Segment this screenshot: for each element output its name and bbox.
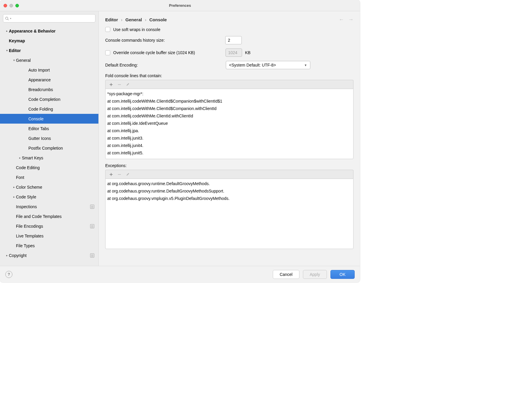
sidebar-item-label: Copyright: [9, 253, 27, 258]
breadcrumb-item: Console: [149, 17, 167, 22]
add-icon[interactable]: [109, 83, 113, 86]
buffer-size-input: [226, 48, 242, 57]
list-item[interactable]: at com.intellij.ide.IdeEventQueue: [107, 120, 351, 127]
list-item[interactable]: at com.intellij.junit3.: [107, 135, 351, 142]
sidebar-item-label: Smart Keys: [22, 156, 43, 160]
sidebar-item-code-editing[interactable]: ▸Code Editing: [0, 163, 98, 172]
breadcrumb-item[interactable]: General: [125, 17, 142, 22]
apply-button[interactable]: Apply: [303, 270, 327, 279]
fold-lines-list[interactable]: *sys-package-mgr*:at com.intellij.codeWi…: [105, 89, 353, 159]
sidebar-item-label: Code Style: [16, 195, 36, 199]
fold-lines-label: Fold console lines that contain:: [105, 73, 353, 78]
forward-icon[interactable]: →: [348, 17, 353, 23]
exceptions-list[interactable]: at org.codehaus.groovy.runtime.DefaultGr…: [105, 179, 353, 249]
sidebar-item-file-types[interactable]: ▸File Types: [0, 241, 98, 250]
soft-wraps-checkbox[interactable]: [105, 27, 110, 32]
sidebar-item-label: Auto Import: [28, 68, 50, 72]
sidebar-item-general[interactable]: ▾General: [0, 55, 98, 65]
cancel-button[interactable]: Cancel: [273, 270, 299, 279]
main-panel: Editor › General › Console ← → Use soft …: [99, 11, 360, 266]
breadcrumb: Editor › General › Console: [105, 17, 167, 22]
list-item[interactable]: at org.codehaus.groovy.runtime.DefaultGr…: [107, 180, 351, 187]
sidebar-item-label: Appearance & Behavior: [9, 29, 56, 33]
encoding-value: <System Default: UTF-8>: [229, 63, 276, 67]
override-buffer-label: Override console cycle buffer size (1024…: [113, 50, 223, 55]
sidebar-item-font[interactable]: ▸Font: [0, 172, 98, 182]
list-item[interactable]: at com.intellij.jpa.: [107, 127, 351, 135]
sidebar-item-keymap[interactable]: ▸Keymap: [0, 36, 98, 46]
list-item[interactable]: at com.intellij.codeWithMe.ClientId$Comp…: [107, 98, 351, 105]
chevron-down-icon: ▾: [12, 59, 16, 62]
sidebar-item-label: Appearance: [28, 77, 51, 82]
sidebar-item-label: Editor: [9, 48, 21, 53]
sidebar-item-copyright[interactable]: ▸Copyright: [0, 250, 98, 260]
project-badge-icon: [90, 205, 94, 209]
sidebar-item-gutter-icons[interactable]: ▸Gutter Icons: [0, 133, 98, 143]
remove-icon[interactable]: [117, 83, 121, 86]
chevron-right-icon: ▸: [5, 254, 9, 257]
soft-wraps-label: Use soft wraps in console: [113, 27, 160, 32]
exceptions-label: Exceptions:: [105, 163, 353, 168]
project-badge-icon: [90, 224, 94, 228]
list-item[interactable]: at com.intellij.codeWithMe.ClientId.with…: [107, 112, 351, 120]
breadcrumb-item[interactable]: Editor: [105, 17, 118, 22]
sidebar-item-editor[interactable]: ▾Editor: [0, 46, 98, 55]
nav-arrows: ← →: [339, 17, 353, 23]
ok-button[interactable]: OK: [330, 270, 355, 279]
list-item[interactable]: at com.intellij.junit4.: [107, 142, 351, 149]
settings-tree: ▸Appearance & Behavior▸Keymap▾Editor▾Gen…: [0, 25, 98, 266]
svg-point-0: [6, 17, 8, 19]
sidebar-item-label: Console: [28, 117, 43, 121]
edit-icon[interactable]: [126, 173, 130, 176]
sidebar-item-postfix-completion[interactable]: ▸Postfix Completion: [0, 143, 98, 153]
search-input[interactable]: ▾: [3, 14, 95, 22]
chevron-right-icon: ›: [121, 17, 122, 22]
search-field[interactable]: [12, 16, 93, 21]
sidebar-item-label: File Encodings: [16, 224, 43, 229]
history-size-input[interactable]: [225, 36, 242, 44]
window-title: Preferences: [0, 3, 360, 8]
sidebar-item-appearance[interactable]: ▸Appearance: [0, 75, 98, 85]
search-icon: [5, 17, 9, 20]
sidebar-item-smart-keys[interactable]: ▸Smart Keys: [0, 153, 98, 163]
sidebar-item-file-encodings[interactable]: ▸File Encodings: [0, 221, 98, 231]
sidebar-item-code-style[interactable]: ▸Code Style: [0, 192, 98, 202]
sidebar-item-appearance-behavior[interactable]: ▸Appearance & Behavior: [0, 26, 98, 36]
svg-line-1: [8, 19, 9, 20]
sidebar-item-label: Font: [16, 175, 24, 180]
sidebar-item-label: Color Scheme: [16, 185, 42, 190]
list-item[interactable]: at org.codehaus.groovy.runtime.DefaultGr…: [107, 187, 351, 195]
footer: ? Cancel Apply OK: [0, 266, 360, 282]
sidebar-item-code-completion[interactable]: ▸Code Completion: [0, 94, 98, 104]
sidebar-item-auto-import[interactable]: ▸Auto Import: [0, 65, 98, 75]
help-button[interactable]: ?: [5, 271, 12, 278]
list-item[interactable]: at com.intellij.junit5.: [107, 149, 351, 157]
fold-lines-toolbar: [105, 80, 353, 89]
sidebar-item-label: Editor Tabs: [28, 126, 49, 131]
sidebar-item-label: File Types: [16, 243, 35, 248]
sidebar-item-editor-tabs[interactable]: ▸Editor Tabs: [0, 124, 98, 133]
encoding-select[interactable]: <System Default: UTF-8> ▼: [226, 61, 310, 69]
sidebar-item-live-templates[interactable]: ▸Live Templates: [0, 231, 98, 241]
override-buffer-checkbox[interactable]: [105, 50, 110, 55]
sidebar-item-breadcrumbs[interactable]: ▸Breadcrumbs: [0, 85, 98, 94]
sidebar-item-color-scheme[interactable]: ▸Color Scheme: [0, 182, 98, 192]
remove-icon[interactable]: [117, 173, 121, 176]
sidebar-item-label: Gutter Icons: [28, 136, 51, 141]
list-item[interactable]: at com.intellij.codeWithMe.ClientId$Comp…: [107, 105, 351, 112]
sidebar-item-label: Breadcrumbs: [28, 87, 53, 92]
sidebar-item-file-and-code-templates[interactable]: ▸File and Code Templates: [0, 211, 98, 221]
list-item[interactable]: at org.codehaus.groovy.vmplugin.v5.Plugi…: [107, 195, 351, 202]
list-item[interactable]: *sys-package-mgr*:: [107, 90, 351, 98]
exceptions-toolbar: [105, 170, 353, 179]
sidebar-item-label: Inspections: [16, 204, 37, 209]
sidebar: ▾ ▸Appearance & Behavior▸Keymap▾Editor▾G…: [0, 11, 99, 266]
sidebar-item-console[interactable]: ▸Console: [0, 114, 98, 124]
add-icon[interactable]: [109, 173, 113, 176]
back-icon[interactable]: ←: [339, 17, 344, 23]
sidebar-item-code-folding[interactable]: ▸Code Folding: [0, 104, 98, 114]
edit-icon[interactable]: [126, 83, 130, 86]
sidebar-item-inspections[interactable]: ▸Inspections: [0, 202, 98, 211]
chevron-down-icon: ▾: [5, 49, 9, 52]
encoding-label: Default Encoding:: [105, 63, 223, 67]
